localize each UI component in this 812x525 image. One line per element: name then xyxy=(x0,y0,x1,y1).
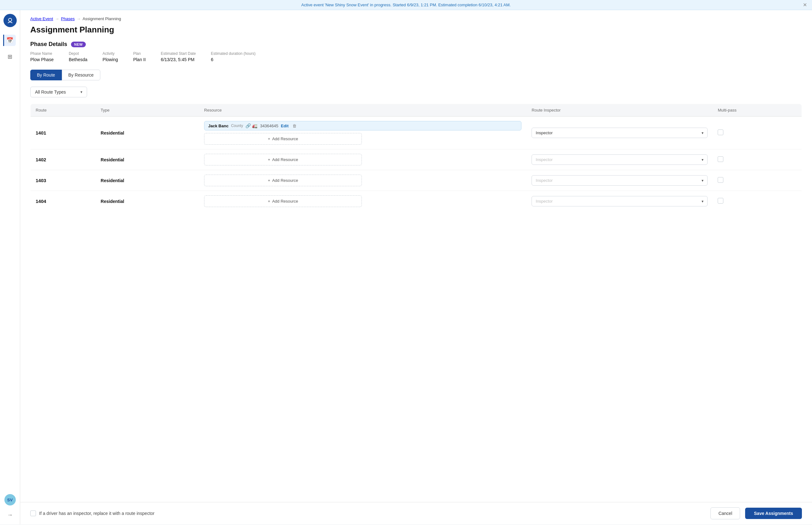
breadcrumb-current: Assignment Planning xyxy=(83,16,121,21)
inspector-value: Inspector xyxy=(536,199,552,204)
cancel-button[interactable]: Cancel xyxy=(710,507,740,519)
resource-id: 34364645 xyxy=(260,123,278,128)
inspector-dropdown[interactable]: Inspector ▾ xyxy=(532,154,708,165)
phase-name-value: Plow Phase xyxy=(30,57,54,62)
resource-name: Jack Banc xyxy=(208,123,228,128)
resource-type: County xyxy=(231,123,243,128)
multipass-checkbox[interactable] xyxy=(718,130,723,135)
duration-label: Estimated duration (hours) xyxy=(211,51,256,56)
plan-label: Plan xyxy=(133,51,146,56)
page-title: Assignment Planning xyxy=(30,25,802,35)
main-content: Active Event → Phases → Assignment Plann… xyxy=(20,10,812,524)
activity-label: Activity xyxy=(103,51,118,56)
by-resource-button[interactable]: By Resource xyxy=(62,70,100,80)
plus-icon: + xyxy=(268,136,270,141)
view-toggle: By Route By Resource xyxy=(30,70,802,80)
replace-inspector-checkbox[interactable] xyxy=(30,510,36,516)
depot-value: Bethesda xyxy=(69,57,87,62)
footer-checkbox-area: If a driver has an inspector, replace it… xyxy=(30,510,155,516)
inspector-dropdown[interactable]: Inspector ▾ xyxy=(532,175,708,185)
route-type: Residential xyxy=(101,157,124,162)
start-date-label: Estimated Start Date xyxy=(161,51,196,56)
table-row: 1402Residential + Add Resource Inspector… xyxy=(31,149,802,170)
col-header-resource: Resource xyxy=(199,104,526,117)
plus-icon: + xyxy=(268,157,270,162)
edit-resource-button[interactable]: Edit xyxy=(281,123,289,128)
route-number: 1401 xyxy=(35,130,46,135)
truck-icon: 🚛 xyxy=(252,123,257,128)
plus-icon: + xyxy=(268,178,270,183)
plus-icon: + xyxy=(268,199,270,204)
breadcrumb: Active Event → Phases → Assignment Plann… xyxy=(30,16,802,21)
multipass-checkbox[interactable] xyxy=(718,156,723,162)
route-type-filter[interactable]: All Route Types ▾ xyxy=(30,87,87,97)
chevron-down-icon: ▾ xyxy=(701,199,704,204)
route-type-label: All Route Types xyxy=(35,90,66,94)
breadcrumb-active-event[interactable]: Active Event xyxy=(30,16,53,21)
inspector-value: Inspector xyxy=(536,131,552,135)
assignments-table: Route Type Resource Route Inspector Mult… xyxy=(30,104,802,212)
multipass-checkbox[interactable] xyxy=(718,198,723,204)
new-badge: NEW xyxy=(71,42,86,47)
col-header-inspector: Route Inspector xyxy=(526,104,713,117)
add-resource-button[interactable]: + Add Resource xyxy=(204,175,362,186)
route-type: Residential xyxy=(101,199,124,204)
footer-label: If a driver has an inspector, replace it… xyxy=(39,511,155,516)
phase-details-section: Phase Details NEW Phase Name Plow Phase … xyxy=(30,41,802,62)
col-header-route: Route xyxy=(31,104,96,117)
route-number: 1403 xyxy=(35,178,46,183)
save-assignments-button[interactable]: Save Assignments xyxy=(745,508,802,519)
add-resource-button[interactable]: + Add Resource xyxy=(204,154,362,165)
avatar: SV xyxy=(4,494,16,506)
delete-resource-button[interactable]: 🗑 xyxy=(292,123,296,128)
link-icon: 🔗 xyxy=(245,123,251,128)
footer-bar: If a driver has an inspector, replace it… xyxy=(20,502,812,524)
inspector-dropdown[interactable]: Inspector ▾ xyxy=(532,196,708,206)
banner-text: Active event 'New Shiny Snow Event' in p… xyxy=(301,2,511,7)
phase-details-title: Phase Details xyxy=(30,41,67,48)
sidebar-item-logout[interactable]: → xyxy=(4,509,16,521)
chevron-down-icon: ▾ xyxy=(81,90,82,94)
inspector-value: Inspector xyxy=(536,157,552,162)
table-row: 1401Residential Jack Banc County 🔗 🚛 343… xyxy=(31,117,802,149)
table-row: 1403Residential + Add Resource Inspector… xyxy=(31,170,802,191)
chevron-down-icon: ▾ xyxy=(701,131,704,135)
chevron-down-icon: ▾ xyxy=(701,158,704,162)
by-route-button[interactable]: By Route xyxy=(30,70,62,80)
col-header-type: Type xyxy=(96,104,199,117)
route-type: Residential xyxy=(101,131,124,135)
route-number: 1402 xyxy=(35,157,46,162)
duration-value: 6 xyxy=(211,57,256,62)
add-resource-button[interactable]: + Add Resource xyxy=(204,195,362,207)
multipass-checkbox[interactable] xyxy=(718,177,723,183)
app-logo xyxy=(3,14,17,27)
route-type: Residential xyxy=(101,178,124,183)
phase-fields: Phase Name Plow Phase Depot Bethesda Act… xyxy=(30,51,802,62)
breadcrumb-phases[interactable]: Phases xyxy=(61,16,74,21)
route-number: 1404 xyxy=(35,198,46,204)
sidebar-item-grid[interactable]: ⊞ xyxy=(4,51,16,62)
top-banner: Active event 'New Shiny Snow Event' in p… xyxy=(0,0,812,10)
depot-label: Depot xyxy=(69,51,87,56)
col-header-multipass: Multi-pass xyxy=(713,104,801,117)
sidebar: 📅 ⊞ SV → xyxy=(0,10,20,524)
plan-value: Plan II xyxy=(133,57,146,62)
start-date-value: 6/13/23, 5:45 PM xyxy=(161,57,196,62)
add-resource-button[interactable]: + Add Resource xyxy=(204,133,362,145)
resource-tag: Jack Banc County 🔗 🚛 34364645 Edit 🗑 xyxy=(204,121,521,131)
svg-point-0 xyxy=(9,18,12,21)
chevron-down-icon: ▾ xyxy=(701,178,704,183)
inspector-value: Inspector xyxy=(536,178,552,183)
table-row: 1404Residential + Add Resource Inspector… xyxy=(31,191,802,212)
inspector-dropdown[interactable]: Inspector ▾ xyxy=(532,127,708,138)
phase-name-label: Phase Name xyxy=(30,51,54,56)
sidebar-item-calendar[interactable]: 📅 xyxy=(3,35,16,46)
activity-value: Plowing xyxy=(103,57,118,62)
banner-close-icon[interactable]: ✕ xyxy=(803,2,807,8)
